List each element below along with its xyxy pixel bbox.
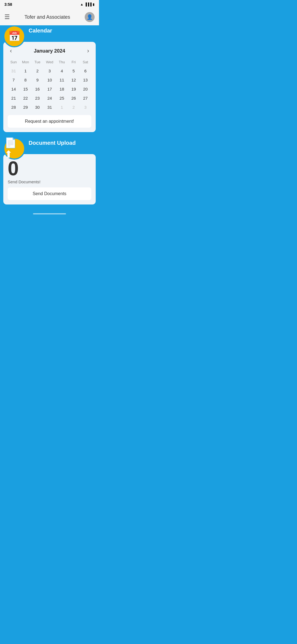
calendar-day[interactable]: 8 [20, 75, 32, 84]
document-upload-icon: 📄⬆ [3, 138, 25, 160]
next-month-button[interactable]: › [85, 46, 91, 56]
send-documents-label: Send Documents! [8, 179, 91, 184]
calendar-day[interactable]: 23 [32, 94, 43, 103]
calendar-day[interactable]: 3 [79, 103, 91, 112]
day-header-sun: Sun [8, 59, 20, 66]
calendar-day[interactable]: 2 [68, 103, 79, 112]
prev-month-button[interactable]: ‹ [8, 46, 14, 56]
calendar-day[interactable]: 17 [43, 84, 56, 94]
calendar-day[interactable]: 5 [68, 66, 79, 75]
day-header-tue: Tue [32, 59, 43, 66]
request-appointment-button[interactable]: Request an appointment! [8, 115, 91, 128]
calendar-row: 78910111213 [8, 75, 91, 84]
top-bar: ☰ Tofer and Associates 👤 [0, 9, 99, 25]
calendar-section-header: 📅 Calendar [3, 25, 96, 47]
status-bar: 3:58 ▲ ▐▐▐ ▮ [0, 0, 99, 9]
calendar-day[interactable]: 1 [56, 103, 68, 112]
home-indicator [33, 213, 66, 214]
calendar-day[interactable]: 20 [79, 84, 91, 94]
calendar-day[interactable]: 10 [43, 75, 56, 84]
calendar-day[interactable]: 13 [79, 75, 91, 84]
calendar-day[interactable]: 30 [32, 103, 43, 112]
calendar-day[interactable]: 9 [32, 75, 43, 84]
calendar-day[interactable]: 21 [8, 94, 20, 103]
calendar-day[interactable]: 6 [79, 66, 91, 75]
calendar-day[interactable]: 28 [8, 103, 20, 112]
upload-icon-symbol: 📄⬆ [4, 137, 24, 160]
calendar-grid: Sun Mon Tue Wed Thu Fri Sat 311234567891… [8, 59, 91, 112]
day-header-sat: Sat [79, 59, 91, 66]
app-title: Tofer and Associates [24, 14, 70, 20]
calendar-day[interactable]: 31 [8, 66, 20, 75]
calendar-icon-symbol: 📅 [8, 31, 21, 42]
send-documents-button[interactable]: Send Documents [8, 187, 91, 200]
calendar-day[interactable]: 24 [43, 94, 56, 103]
day-header-thu: Thu [56, 59, 68, 66]
day-header-wed: Wed [43, 59, 56, 66]
calendar-day[interactable]: 18 [56, 84, 68, 94]
calendar-row: 14151617181920 [8, 84, 91, 94]
calendar-day[interactable]: 12 [68, 75, 79, 84]
calendar-day[interactable]: 29 [20, 103, 32, 112]
calendar-day[interactable]: 22 [20, 94, 32, 103]
calendar-row: 31123456 [8, 66, 91, 75]
calendar-day[interactable]: 27 [79, 94, 91, 103]
calendar-day[interactable]: 31 [43, 103, 56, 112]
day-header-fri: Fri [68, 59, 79, 66]
document-count: 0 [8, 159, 91, 178]
status-time: 3:58 [4, 2, 12, 7]
status-icons: ▲ ▐▐▐ ▮ [80, 2, 95, 6]
menu-icon[interactable]: ☰ [4, 13, 10, 21]
calendar-day[interactable]: 16 [32, 84, 43, 94]
calendar-nav: ‹ January 2024 › [8, 46, 91, 56]
wifi-icon: ▲ [80, 2, 84, 6]
calendar-row: 21222324252627 [8, 94, 91, 103]
avatar-icon: 👤 [87, 14, 93, 20]
calendar-day[interactable]: 26 [68, 94, 79, 103]
calendar-day[interactable]: 19 [68, 84, 79, 94]
calendar-day[interactable]: 7 [8, 75, 20, 84]
main-content: 📅 Calendar ‹ January 2024 › Sun Mon Tue … [0, 25, 99, 210]
calendar-icon: 📅 [3, 25, 25, 47]
day-header-mon: Mon [20, 59, 32, 66]
calendar-row: 28293031123 [8, 103, 91, 112]
doc-section-header: 📄⬆ Document Upload [3, 138, 96, 160]
doc-section-label: Document Upload [25, 138, 76, 146]
calendar-day[interactable]: 1 [20, 66, 32, 75]
calendar-month-label: January 2024 [34, 48, 65, 54]
avatar[interactable]: 👤 [85, 12, 95, 22]
calendar-day[interactable]: 15 [20, 84, 32, 94]
calendar-day[interactable]: 3 [43, 66, 56, 75]
document-upload-card: 0 Send Documents! Send Documents [3, 154, 96, 204]
calendar-day[interactable]: 11 [56, 75, 68, 84]
signal-icon: ▐▐▐ [84, 2, 92, 6]
calendar-header-row: Sun Mon Tue Wed Thu Fri Sat [8, 59, 91, 66]
calendar-day[interactable]: 14 [8, 84, 20, 94]
calendar-day[interactable]: 4 [56, 66, 68, 75]
bottom-bar [0, 210, 99, 217]
document-upload-section: 📄⬆ Document Upload 0 Send Documents! Sen… [3, 138, 96, 204]
calendar-card: ‹ January 2024 › Sun Mon Tue Wed Thu Fri… [3, 42, 96, 132]
calendar-section-label: Calendar [25, 25, 52, 34]
battery-icon: ▮ [93, 2, 95, 6]
calendar-day[interactable]: 2 [32, 66, 43, 75]
calendar-day[interactable]: 25 [56, 94, 68, 103]
